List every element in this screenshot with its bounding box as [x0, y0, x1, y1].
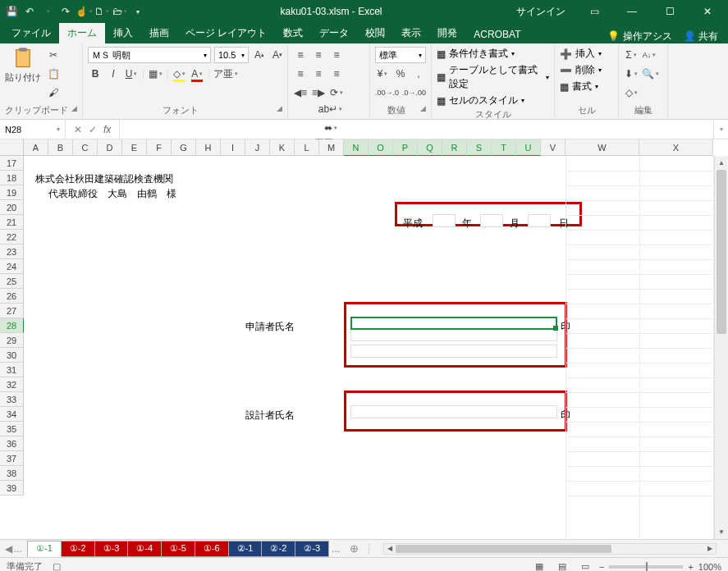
row-header[interactable]: 18 — [0, 171, 24, 185]
delete-cells-button[interactable]: ➖ 削除 ▾ — [560, 63, 602, 77]
sort-filter-icon[interactable]: A↓ — [642, 47, 657, 63]
formula-bar[interactable] — [119, 120, 713, 139]
font-name-combo[interactable]: ＭＳ 明朝▾ — [88, 47, 211, 63]
name-box[interactable]: N28▾ — [0, 120, 66, 139]
column-header[interactable]: A — [24, 139, 48, 156]
select-all-corner[interactable] — [0, 139, 24, 156]
undo-dropdown[interactable] — [39, 3, 56, 20]
sheet-tab[interactable]: ②-3 — [295, 541, 329, 557]
phonetic-icon[interactable]: ア亜 — [213, 66, 238, 82]
row-header[interactable]: 37 — [0, 451, 24, 466]
tab-home[interactable]: ホーム — [59, 23, 105, 43]
autosum-icon[interactable]: Σ — [624, 47, 639, 63]
row-header[interactable]: 38 — [0, 466, 24, 481]
cancel-formula-icon[interactable]: ✕ — [74, 124, 82, 135]
italic-icon[interactable]: I — [106, 66, 121, 82]
column-header[interactable]: C — [73, 139, 98, 156]
align-top-icon[interactable]: ≡ — [293, 47, 308, 63]
close-button[interactable]: ✕ — [690, 0, 725, 23]
row-header[interactable]: 31 — [0, 363, 24, 377]
tab-formulas[interactable]: 数式 — [275, 23, 311, 43]
border-icon[interactable]: ▦ — [148, 66, 163, 82]
paste-button[interactable]: 貼り付け — [5, 47, 41, 84]
touch-mode-icon[interactable]: ☝ — [76, 3, 92, 20]
scrollbar-thumb[interactable] — [396, 545, 611, 553]
sheet-tab[interactable]: ②-1 — [228, 541, 263, 557]
number-format-combo[interactable]: 標準▾ — [375, 47, 426, 63]
sheet-tab[interactable]: ①-3 — [94, 541, 129, 557]
decrease-decimal-icon[interactable]: .0→.00 — [402, 85, 426, 101]
sheet-tab[interactable]: ①-2 — [61, 541, 95, 557]
worksheet-grid[interactable]: ABCDEFGHIJKLMNOPQRSTUVWX 171819202122232… — [0, 139, 728, 539]
insert-cells-button[interactable]: ➕ 挿入 ▾ — [560, 47, 602, 61]
page-break-view-icon[interactable]: ▭ — [576, 560, 594, 572]
save-icon[interactable]: 💾 — [3, 3, 20, 20]
share-button[interactable]: 👤 共有 — [684, 30, 718, 43]
qat-item-icon[interactable]: 🗁 — [112, 3, 128, 20]
percent-icon[interactable]: % — [393, 66, 408, 82]
align-center-icon[interactable]: ≡ — [311, 66, 326, 82]
signin-link[interactable]: サインイン — [516, 5, 565, 19]
tell-me[interactable]: 💡 操作アシス — [607, 30, 671, 43]
decrease-font-icon[interactable]: A▾ — [270, 47, 285, 63]
increase-decimal-icon[interactable]: .00→.0 — [375, 85, 399, 101]
scroll-left-icon[interactable]: ◀ — [384, 545, 396, 552]
row-header[interactable]: 19 — [0, 185, 24, 200]
row-header[interactable]: 28 — [0, 318, 24, 333]
column-header[interactable]: M — [319, 139, 344, 156]
currency-icon[interactable]: ¥ — [375, 66, 390, 82]
column-header[interactable]: O — [369, 139, 393, 156]
row-header[interactable]: 29 — [0, 333, 24, 348]
dialog-launcher-icon[interactable]: ◢ — [277, 104, 282, 112]
column-header[interactable]: E — [122, 139, 147, 156]
align-middle-icon[interactable]: ≡ — [311, 47, 326, 63]
enter-formula-icon[interactable]: ✓ — [89, 124, 97, 135]
align-left-icon[interactable]: ≡ — [293, 66, 308, 82]
designer-input[interactable] — [350, 405, 557, 418]
column-header[interactable]: F — [147, 139, 172, 156]
new-sheet-button[interactable]: ⊕ — [346, 541, 361, 556]
orientation-icon[interactable]: ⟳ — [329, 85, 344, 101]
tab-draw[interactable]: 描画 — [141, 23, 177, 43]
column-header[interactable]: J — [245, 139, 270, 156]
year-input[interactable] — [433, 214, 456, 227]
column-header[interactable]: K — [270, 139, 295, 156]
increase-font-icon[interactable]: A▴ — [252, 47, 267, 63]
column-header[interactable]: Q — [418, 139, 442, 156]
month-input[interactable] — [480, 214, 503, 227]
tab-acrobat[interactable]: ACROBAT — [465, 25, 529, 43]
find-icon[interactable]: 🔍 — [642, 66, 659, 82]
scrollbar-thumb[interactable] — [717, 170, 726, 334]
align-bottom-icon[interactable]: ≡ — [329, 47, 344, 63]
conditional-format-button[interactable]: ▦ 条件付き書式 ▾ — [437, 47, 515, 61]
column-header[interactable]: I — [221, 139, 245, 156]
wrap-text-icon[interactable]: ab↵ — [296, 101, 364, 117]
tab-scroll-first-icon[interactable]: ◀ — [5, 543, 12, 555]
align-right-icon[interactable]: ≡ — [329, 66, 344, 82]
redo-icon[interactable]: ↷ — [57, 3, 74, 20]
increase-indent-icon[interactable]: ≡▶ — [311, 85, 326, 101]
font-size-combo[interactable]: 10.5▾ — [214, 47, 249, 63]
row-header[interactable]: 22 — [0, 230, 24, 244]
tab-page-layout[interactable]: ページ レイアウト — [177, 23, 275, 43]
tab-file[interactable]: ファイル — [3, 23, 59, 43]
row-header[interactable]: 36 — [0, 436, 24, 451]
row-header[interactable]: 25 — [0, 274, 24, 289]
fx-icon[interactable]: fx — [103, 124, 111, 135]
row-header[interactable]: 20 — [0, 200, 24, 215]
column-header[interactable]: S — [467, 139, 492, 156]
column-header[interactable]: X — [639, 139, 713, 156]
font-color-icon[interactable]: A — [190, 66, 204, 82]
comma-icon[interactable]: , — [411, 66, 426, 82]
fill-icon[interactable]: ⬇ — [624, 66, 639, 82]
qat-item-icon[interactable]: 🗋 — [94, 3, 110, 20]
column-header[interactable]: W — [565, 139, 639, 156]
format-as-table-button[interactable]: ▦ テーブルとして書式設定 ▾ — [437, 63, 549, 91]
tab-view[interactable]: 表示 — [393, 23, 429, 43]
cut-icon[interactable]: ✂ — [46, 47, 61, 63]
row-header[interactable]: 24 — [0, 259, 24, 274]
active-cell[interactable] — [350, 317, 557, 330]
applicant-input-3[interactable] — [350, 345, 557, 358]
sheet-tab[interactable]: ①-4 — [127, 541, 162, 557]
underline-icon[interactable]: U — [124, 66, 139, 82]
